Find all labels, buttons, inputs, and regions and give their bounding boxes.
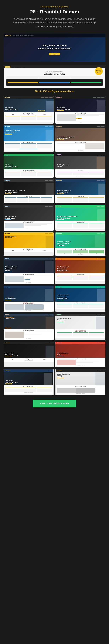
demo-card-10[interactable]: EXPERTS We Have Years of Experiencein Fi… <box>55 205 106 230</box>
exchange-nav: EXPERTS Home About Services Rates Blog <box>3 66 106 68</box>
demo-dot-20b <box>101 343 105 343</box>
demo-logo-1: EXPERTS <box>4 97 10 98</box>
demo-dot-11a <box>45 234 48 234</box>
demo-line-9c <box>25 225 41 226</box>
demo-card-15[interactable]: EXPERTS Top AdvisoryAdvice For You READ … <box>3 286 54 312</box>
demo-service-7b <box>17 198 28 202</box>
demo-dot-10b <box>101 206 105 207</box>
demo-nav-16: EXPERTS <box>55 286 106 288</box>
demo-card-11[interactable]: EXPERTS We ProvideFinancial Planning LEA… <box>3 232 54 256</box>
exchange-nav-link-blog: Blog <box>24 66 25 68</box>
demo-col-img-22a <box>57 388 76 393</box>
demo-content-17: WE ARE READY EXPERTS OUR SERVICES <box>3 329 54 340</box>
demo-content-15: HIGHLY CUSTOMIZABLE WE ARE READY EXPERTS… <box>3 302 54 312</box>
demo-col-img-15b <box>25 304 44 310</box>
demo-person-10 <box>98 209 106 221</box>
demo-nav-dots-16 <box>97 287 105 287</box>
demo-card-19[interactable]: EXPERTS We ProvideFinancial Planning LEA… <box>3 342 54 367</box>
exchange-demo[interactable]: EXPERTS Home About Services Rates Blog C… <box>3 66 106 88</box>
demo-hero-15: Top AdvisoryAdvice For You READ MORE <box>3 288 54 302</box>
demo-text-line-2c <box>76 116 93 117</box>
demo-dot-22a <box>97 370 100 371</box>
demo-content-9: WE ARE READY EXPERTS OUR SERVICES <box>3 221 54 230</box>
demo-logo-9: EXPERTS <box>4 206 10 206</box>
demo-logo-22: EXPERTS <box>57 370 62 371</box>
demo-nav-21: EXPERTS <box>4 370 53 372</box>
demo-person-2 <box>97 100 106 112</box>
hero-nav-item-blog: Blog <box>28 35 29 36</box>
demo-logo-16: EXPERTS <box>56 287 62 287</box>
demo-card-inner-3: EXPERTS Competitive & AffordableFinancia… <box>3 126 54 150</box>
demo-cta-btn-1: GET STARTED <box>38 110 45 111</box>
demo-card-4[interactable]: EXPERTS We Have Years of Experiencein Fi… <box>55 126 106 152</box>
demo-card-13[interactable]: EXPERTS Financial SecurityPeace & Valuab… <box>3 258 54 284</box>
demo-content-14: OUR SERVICES <box>55 273 106 281</box>
demo-content-18: HIGHLY CUSTOMIZABLE WE ARE READY EXPERTS <box>55 329 106 338</box>
demo-service-5b <box>21 172 36 176</box>
demo-content-7: OUR SERVICES <box>3 195 54 203</box>
demo-nav-9: EXPERTS <box>3 205 54 208</box>
demo-logo-14: EXPERTS <box>56 258 62 259</box>
explore-demos-button[interactable]: EXPLORE DEMOS NOW <box>33 400 76 408</box>
demo-nav-dots-17 <box>45 315 53 315</box>
demo-service-1c <box>37 116 52 120</box>
demo-nav-5: EXPERTS <box>3 154 54 156</box>
demo-person-18 <box>96 316 106 329</box>
demo-card-16[interactable]: EXPERTS We Have Years ofExperience inFin… <box>55 286 106 312</box>
demo-hero-text-3: Competitive & AffordableFinancial Advice… <box>5 130 20 134</box>
demo-card-21[interactable]: EXPERTS We ProvideFinancial Funding LEAR… <box>3 369 54 395</box>
demo-card-20[interactable]: EXPERTS Online BusinessToday GET STARTED… <box>55 342 106 367</box>
demo-nav-19: EXPERTS <box>3 342 54 344</box>
hero-nav-item-contact: Contact <box>31 35 34 36</box>
demo-nav-12: EXPERTS <box>55 232 106 235</box>
demo-hero-text-18: Competitive & AffordableFinancial Advice… <box>57 318 72 322</box>
demo-card-12[interactable]: EXPERTS Financial Security &Peace of Min… <box>55 232 106 256</box>
demo-hero-text-17: COMPREHENSIVE Finance Advice <box>5 318 15 320</box>
demo-dot-6b <box>101 155 105 155</box>
demo-logo-8: EXPERTS <box>56 180 62 181</box>
hero-nav-item-services: Services <box>20 35 23 36</box>
demo-nav-7: EXPERTS <box>3 179 54 182</box>
demo-card-9[interactable]: EXPERTS Free & ImpartialMoney Advice STA… <box>3 205 54 230</box>
demo-content-10: OUR SERVICES <box>55 221 106 229</box>
hero-nav-item-about: About <box>16 35 18 36</box>
demo-services-1 <box>5 116 52 120</box>
demo-service-5a <box>5 172 20 176</box>
demo-person-1 <box>46 100 54 112</box>
demo-col-img-17 <box>5 332 24 338</box>
demo-card-17[interactable]: EXPERTS COMPREHENSIVE Finance Advice REA… <box>3 314 54 340</box>
demo-card-5[interactable]: EXPERTS We ProvideFinancial Funding GET … <box>3 154 54 178</box>
demo-card-2[interactable]: EXPERTS We ProvideFinancial Planning LEA… <box>55 96 106 124</box>
demo-service-8a <box>57 198 72 202</box>
demo-nav-dots-9 <box>45 206 53 207</box>
demo-card-1[interactable]: EXPERTS We ProvideFinancial Planning GET… <box>3 96 54 124</box>
exchange-inner: Cryptocurrency Exchange Latest Exchange … <box>3 68 106 88</box>
demo-card-14[interactable]: EXPERTS We Have Years ofExperience inFin… <box>55 258 106 284</box>
demo-card-22[interactable]: EXPERTS We Provide FinancialFunding LEAR… <box>55 369 106 395</box>
demo-cta-btn-10: LEARN MORE <box>57 219 64 220</box>
demo-card-inner-2: EXPERTS We ProvideFinancial Planning LEA… <box>55 96 106 124</box>
demo-card-18[interactable]: EXPERTS Competitive & AffordableFinancia… <box>55 314 106 340</box>
demo-team-photo-12b <box>73 250 88 254</box>
demo-line-4c <box>57 146 73 146</box>
demo-dot-9b <box>49 206 53 207</box>
demo-card-7[interactable]: EXPERTS We Have Years of Experience& Fin… <box>3 179 54 203</box>
demo-nav-dots-8 <box>97 180 105 181</box>
hero-demo[interactable]: EXPERTS Home About Services Pages Blog C… <box>3 34 106 62</box>
demo-nav-dots-1 <box>41 97 53 98</box>
demo-card-8[interactable]: EXPERTS Financial Security &Strategic In… <box>55 179 106 203</box>
hero-cta-btn[interactable]: GET STARTED <box>49 53 60 55</box>
demo-card-6[interactable]: EXPERTS Building FinancialAdvice OUR SER… <box>55 154 106 178</box>
demo-hero-14: We Have Years ofExperience inFinancial A… <box>55 260 106 273</box>
demo-hero-10: We Have Years of Experiencein Financial … <box>55 208 106 221</box>
demo-dot-21b <box>49 370 52 371</box>
demo-card-3[interactable]: EXPERTS Competitive & AffordableFinancia… <box>3 126 54 152</box>
demo-card-inner-21: EXPERTS We ProvideFinancial Funding LEAR… <box>4 370 53 394</box>
demo-dot-5b <box>49 155 53 155</box>
demo-hero-text-6: Building FinancialAdvice <box>57 164 69 168</box>
demo-hero-4: We Have Years of Experiencein Financial … <box>55 128 106 141</box>
demo-card-inner-6: EXPERTS Building FinancialAdvice OUR SER… <box>55 154 106 177</box>
demo-service-7a <box>5 198 16 202</box>
hero-demo-inner: EXPERTS Home About Services Pages Blog C… <box>3 34 106 62</box>
demo-col-img-2 <box>57 114 76 120</box>
